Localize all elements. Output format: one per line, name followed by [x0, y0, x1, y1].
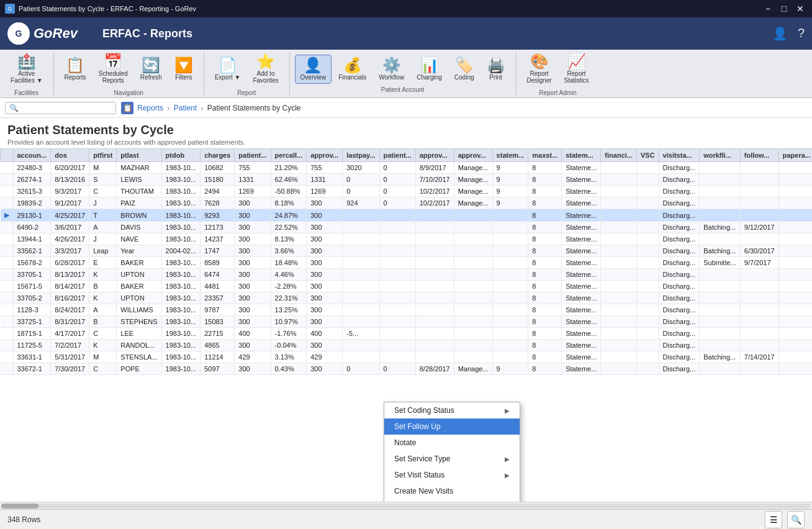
table-row[interactable]: 19839-29/1/2017JPAIZ1983-10...76283008.1…	[1, 197, 813, 209]
user-icon[interactable]: 👤	[772, 26, 788, 41]
table-row[interactable]: 26274-18/13/2016SLEWIS1983-10...15180133…	[1, 174, 813, 186]
th-lastpay[interactable]: lastpay...	[343, 149, 379, 162]
context-menu-item-set-follow-up[interactable]: Set Follow Up	[384, 418, 520, 435]
breadcrumb-patient[interactable]: Patient	[174, 104, 197, 112]
maximize-button[interactable]: □	[777, 2, 791, 16]
reports-button[interactable]: 📋 Reports	[59, 55, 92, 84]
table-cell: 8/9/2017	[415, 162, 454, 174]
add-to-favorites-button[interactable]: ⭐ Add toFavorites	[247, 51, 284, 87]
table-row[interactable]: 15671-58/14/2017BBAKER1983-10...4481300-…	[1, 281, 813, 292]
table-cell: RANDOL...	[117, 340, 161, 351]
table-cell: 9	[492, 363, 528, 375]
table-row[interactable]: 6490-23/6/2017ADAVIS1983-10...1217330022…	[1, 222, 813, 233]
context-menu-item-notate[interactable]: Notate	[384, 435, 520, 451]
refresh-button[interactable]: 🔄 Refresh	[135, 55, 168, 84]
table-cell	[778, 292, 812, 304]
th-percall[interactable]: percall...	[271, 149, 307, 162]
table-row[interactable]: 22480-36/20/2017MMAZHAR1983-10...1068275…	[1, 162, 813, 174]
th-charges[interactable]: charges	[201, 149, 235, 162]
th-financi[interactable]: financi...	[601, 149, 637, 162]
table-cell	[636, 292, 659, 304]
table-row[interactable]: 15678-26/28/2017EBAKER1983-10...85893001…	[1, 257, 813, 269]
table-row[interactable]: 18719-14/17/2017CLEE1983-10...22715400-1…	[1, 328, 813, 340]
th-approv3[interactable]: approv...	[454, 149, 492, 162]
scrollbar-thumb[interactable]	[1, 504, 38, 509]
table-row[interactable]: ▶29130-14/25/2017TBROWN1983-10...9293300…	[1, 209, 813, 222]
facilities-items: 🏥 ActiveFacilities ▼	[5, 51, 48, 87]
report-group-label: Report	[237, 89, 256, 96]
report-designer-button[interactable]: 🎨 ReportDesigner	[521, 51, 557, 87]
breadcrumb-reports[interactable]: Reports	[137, 104, 163, 112]
filters-button[interactable]: 🔽 Filters	[169, 55, 199, 84]
table-cell: 33631-1	[13, 351, 51, 363]
th-ptlast[interactable]: ptlast	[117, 149, 161, 162]
close-button[interactable]: ✕	[793, 2, 807, 16]
table-row[interactable]: 1128-38/24/2017AWILLIAMS1983-10...978730…	[1, 304, 813, 316]
th-ptfirst[interactable]: ptfirst	[89, 149, 117, 162]
table-cell: 11214	[201, 351, 235, 363]
workflow-button[interactable]: ⚙️ Workflow	[373, 55, 410, 84]
table-row[interactable]: 33562-13/3/2017LeapYear2004-02...1747300…	[1, 245, 813, 257]
table-cell: 62.46%	[271, 174, 307, 186]
th-approv2[interactable]: approv...	[415, 149, 454, 162]
table-cell	[415, 340, 454, 351]
minimize-button[interactable]: −	[761, 2, 775, 16]
navigation-items: 📋 Reports 📅 ScheduledReports 🔄 Refresh 🔽…	[59, 51, 199, 87]
context-menu-item-set-visit-status[interactable]: Set Visit Status▶	[384, 467, 520, 483]
menu-icon-button[interactable]: ☰	[765, 511, 782, 528]
filters-icon: 🔽	[174, 58, 193, 73]
search-input[interactable]	[19, 104, 112, 112]
table-row[interactable]: 13944-14/26/2017JNAVE1983-10...142373008…	[1, 233, 813, 245]
th-account[interactable]: accoun...	[13, 149, 51, 162]
table-cell	[601, 209, 637, 222]
active-facilities-button[interactable]: 🏥 ActiveFacilities ▼	[5, 51, 48, 87]
th-ptdob[interactable]: ptdob	[161, 149, 201, 162]
th-workfli[interactable]: workfli...	[700, 149, 741, 162]
financials-button[interactable]: 💰 Financials	[333, 55, 372, 84]
coding-button[interactable]: 🏷️ Coding	[449, 55, 480, 84]
export-button[interactable]: 📄 Export ▼	[209, 55, 246, 84]
search-box[interactable]: 🔍	[5, 102, 116, 114]
th-patient[interactable]: patient...	[235, 149, 271, 162]
table-cell: E	[89, 257, 117, 269]
th-statem[interactable]: statem...	[492, 149, 528, 162]
breadcrumb-sep-1: ›	[167, 103, 170, 113]
report-statistics-button[interactable]: 📈 ReportStatistics	[559, 51, 595, 87]
table-cell	[700, 316, 741, 328]
table-cell: NAVE	[117, 233, 161, 245]
th-maxst[interactable]: maxst...	[528, 149, 562, 162]
table-cell: -5...	[343, 328, 379, 340]
table-row[interactable]: 33705-28/16/2017KUPTON1983-10...23357300…	[1, 292, 813, 304]
th-visitsta[interactable]: visitsta...	[659, 149, 700, 162]
table-cell	[492, 340, 528, 351]
table-cell	[379, 292, 415, 304]
context-menu-item-set-service-type[interactable]: Set Service Type▶	[384, 451, 520, 467]
table-row[interactable]: 11725-57/2/2017KRANDOL...1983-10...48653…	[1, 340, 813, 351]
horizontal-scrollbar[interactable]	[0, 502, 812, 509]
context-menu-item-download-files[interactable]: Download Files▶	[384, 499, 520, 502]
overview-button[interactable]: 👤 Overview	[295, 55, 332, 84]
th-papera[interactable]: papera...	[778, 149, 812, 162]
search-icon-button[interactable]: 🔍	[787, 511, 805, 528]
table-row[interactable]: 33725-18/31/2017BSTEPHENS1983-10...15083…	[1, 316, 813, 328]
table-cell: 0	[343, 174, 379, 186]
table-row[interactable]: 32615-39/3/2017CTHOUTAM1983-10...2494126…	[1, 186, 813, 197]
help-icon[interactable]: ?	[798, 26, 805, 41]
th-approv[interactable]: approv...	[307, 149, 343, 162]
th-patient2[interactable]: patient...	[379, 149, 415, 162]
table-row[interactable]: 33631-15/31/2017MSTENSLA...1983-10...112…	[1, 351, 813, 363]
table-container[interactable]: accoun... dos ptfirst ptlast ptdob charg…	[0, 148, 812, 502]
scheduled-reports-button[interactable]: 📅 ScheduledReports	[93, 51, 133, 87]
table-row[interactable]: 33705-18/13/2017KUPTON1983-10...64743004…	[1, 269, 813, 281]
th-follow[interactable]: follow...	[740, 149, 778, 162]
th-vsc[interactable]: VSC	[636, 149, 659, 162]
print-button[interactable]: 🖨️ Print	[481, 55, 511, 84]
th-dos[interactable]: dos	[51, 149, 89, 162]
context-menu-item-create-new-visits[interactable]: Create New Visits	[384, 483, 520, 499]
charging-button[interactable]: 📊 Charging	[411, 55, 448, 84]
scrollbar-track[interactable]	[1, 504, 811, 509]
table-cell	[740, 281, 778, 292]
table-row[interactable]: 33672-17/30/2017CPOPE1983-10...50973000.…	[1, 363, 813, 375]
th-statem2[interactable]: statem...	[562, 149, 601, 162]
context-menu-item-set-coding-status[interactable]: Set Coding Status▶	[384, 402, 520, 418]
